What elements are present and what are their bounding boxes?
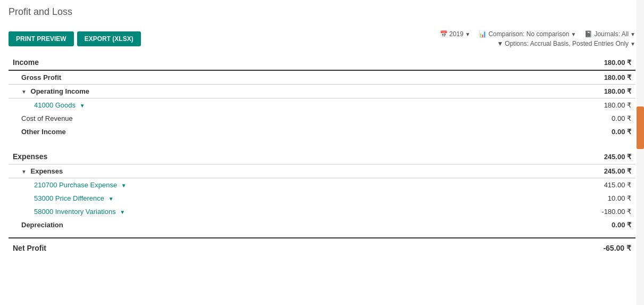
- comparison-filter[interactable]: 📊 Comparison: No comparison ▼: [479, 30, 576, 38]
- spacer-1: [9, 138, 635, 145]
- scrollbar-thumb[interactable]: [637, 106, 644, 149]
- scrollbar[interactable]: [637, 0, 644, 258]
- report-table: Income 180.00 ₹ Gross Profit 180.00 ₹ ▼ …: [9, 51, 635, 258]
- depreciation-amount: 0.00 ₹: [541, 218, 635, 232]
- expenses-group-amount: 245.00 ₹: [541, 164, 635, 178]
- price-difference-label: 53000 Price Difference ▼: [9, 192, 541, 205]
- export-xlsx-button[interactable]: EXPORT (XLSX): [77, 31, 141, 46]
- net-profit-label: Net Profit: [9, 238, 541, 258]
- goods-amount: 180.00 ₹: [541, 98, 635, 112]
- expenses-amount: 245.00 ₹: [541, 145, 635, 164]
- price-difference-dropdown[interactable]: ▼: [108, 196, 114, 202]
- toolbar-right: 📅 2019 ▼ 📊 Comparison: No comparison ▼ 📓…: [440, 30, 635, 47]
- purchase-expense-link[interactable]: 210700 Purchase Expense: [34, 181, 117, 189]
- cost-of-revenue-label: Cost of Revenue: [9, 112, 541, 125]
- income-amount: 180.00 ₹: [541, 51, 635, 70]
- price-difference-link[interactable]: 53000 Price Difference: [34, 194, 104, 202]
- journals-label: Journals: All: [594, 30, 629, 38]
- comparison-caret: ▼: [571, 31, 576, 37]
- depreciation-row: Depreciation 0.00 ₹: [9, 218, 635, 232]
- calendar-icon: 📅: [440, 30, 448, 38]
- spacer-2: [9, 232, 635, 238]
- operating-income-amount: 180.00 ₹: [541, 85, 635, 98]
- expenses-collapse-icon[interactable]: ▼: [21, 169, 27, 175]
- goods-dropdown[interactable]: ▼: [80, 103, 85, 109]
- net-profit-amount: -65.00 ₹: [541, 238, 635, 258]
- expenses-group-row: ▼ Expenses 245.00 ₹: [9, 164, 635, 178]
- operating-income-label: ▼ Operating Income: [9, 85, 541, 98]
- filter-icon: ▼: [497, 40, 503, 47]
- inventory-variations-dropdown[interactable]: ▼: [120, 209, 125, 215]
- other-income-row: Other Income 0.00 ₹: [9, 125, 635, 138]
- year-caret: ▼: [465, 31, 471, 37]
- options-label: Options: Accrual Basis, Posted Entries O…: [505, 40, 629, 47]
- income-label: Income: [9, 51, 541, 70]
- collapse-icon[interactable]: ▼: [21, 89, 27, 95]
- journal-icon: 📓: [584, 30, 592, 38]
- page-title: Profit and Loss: [9, 6, 635, 18]
- income-section-header: Income 180.00 ₹: [9, 51, 635, 70]
- comparison-label: Comparison: No comparison: [488, 30, 569, 38]
- price-difference-amount: 10.00 ₹: [541, 192, 635, 205]
- expenses-section-header: Expenses 245.00 ₹: [9, 145, 635, 164]
- other-income-label: Other Income: [9, 125, 541, 138]
- goods-link[interactable]: 41000 Goods: [34, 101, 76, 109]
- purchase-expense-dropdown[interactable]: ▼: [121, 183, 127, 188]
- purchase-expense-label: 210700 Purchase Expense ▼: [9, 178, 541, 192]
- net-profit-row: Net Profit -65.00 ₹: [9, 238, 635, 258]
- cost-of-revenue-amount: 0.00 ₹: [541, 112, 635, 125]
- print-preview-button[interactable]: PRINT PREVIEW: [9, 31, 74, 46]
- inventory-variations-amount: -180.00 ₹: [541, 205, 635, 218]
- journals-filter[interactable]: 📓 Journals: All ▼: [584, 30, 635, 38]
- price-difference-row: 53000 Price Difference ▼ 10.00 ₹: [9, 192, 635, 205]
- purchase-expense-row: 210700 Purchase Expense ▼ 415.00 ₹: [9, 178, 635, 192]
- gross-profit-row: Gross Profit 180.00 ₹: [9, 70, 635, 85]
- purchase-expense-amount: 415.00 ₹: [541, 178, 635, 192]
- goods-item-row: 41000 Goods ▼ 180.00 ₹: [9, 98, 635, 112]
- cost-of-revenue-row: Cost of Revenue 0.00 ₹: [9, 112, 635, 125]
- goods-label: 41000 Goods ▼: [9, 98, 541, 112]
- inventory-variations-row: 58000 Inventory Variations ▼ -180.00 ₹: [9, 205, 635, 218]
- depreciation-label: Depreciation: [9, 218, 541, 232]
- gross-profit-label: Gross Profit: [9, 70, 541, 85]
- journals-caret: ▼: [630, 31, 635, 37]
- operating-income-row: ▼ Operating Income 180.00 ₹: [9, 85, 635, 98]
- gross-profit-amount: 180.00 ₹: [541, 70, 635, 85]
- expenses-label: Expenses: [9, 145, 541, 164]
- chart-icon: 📊: [479, 30, 487, 38]
- options-filter[interactable]: ▼ Options: Accrual Basis, Posted Entries…: [497, 40, 635, 47]
- inventory-variations-link[interactable]: 58000 Inventory Variations: [34, 208, 116, 216]
- options-caret: ▼: [630, 41, 635, 47]
- other-income-amount: 0.00 ₹: [541, 125, 635, 138]
- inventory-variations-label: 58000 Inventory Variations ▼: [9, 205, 541, 218]
- year-label: 2019: [449, 30, 464, 38]
- toolbar-left: PRINT PREVIEW EXPORT (XLSX): [9, 31, 141, 46]
- expenses-group-label: ▼ Expenses: [9, 164, 541, 178]
- year-filter[interactable]: 📅 2019 ▼: [440, 30, 471, 38]
